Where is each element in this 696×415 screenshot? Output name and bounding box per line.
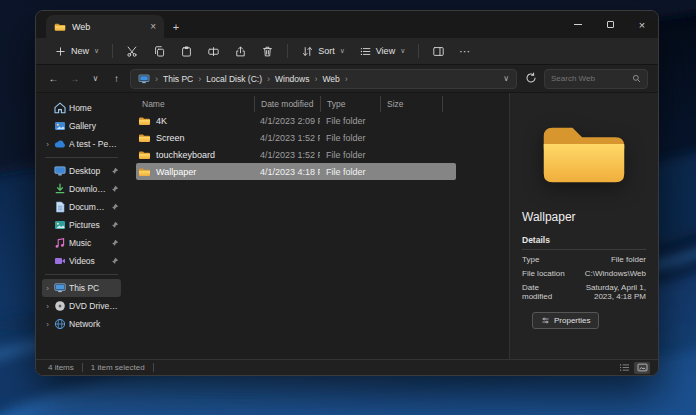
pin-icon <box>111 239 119 247</box>
sidebar-item-gallery[interactable]: Gallery <box>42 117 121 135</box>
delete-button[interactable] <box>255 40 280 62</box>
gallery-icon <box>54 120 66 132</box>
file-list-header: Name Date modified Type Size <box>136 96 509 112</box>
copy-icon <box>153 45 166 58</box>
rename-icon <box>207 45 220 58</box>
onedrive-cloud-icon <box>54 138 66 150</box>
details-view-icon <box>619 363 630 372</box>
folder-icon <box>54 22 66 32</box>
chevron-right-icon[interactable]: › <box>314 74 317 84</box>
sidebar-item-this-pc[interactable]: › This PC <box>42 279 121 297</box>
sidebar-item-documents[interactable]: Documents <box>42 198 121 216</box>
maximize-icon <box>607 21 614 28</box>
this-pc-icon <box>138 74 150 84</box>
documents-icon <box>54 201 66 213</box>
breadcrumb-local-disk[interactable]: Local Disk (C:) <box>206 74 262 84</box>
sidebar-item-desktop[interactable]: Desktop <box>42 162 121 180</box>
file-explorer-window: Web × + × New ∨ <box>35 10 659 376</box>
new-tab-button[interactable]: + <box>164 15 188 38</box>
selected-folder-icon <box>538 117 630 190</box>
sidebar-item-network[interactable]: › Network <box>42 315 121 333</box>
details-field-date-modified: Date modified Saturday, April 1, 2023, 4… <box>522 283 646 301</box>
cut-button[interactable] <box>120 40 145 62</box>
pin-icon <box>111 203 119 211</box>
column-header-type[interactable]: Type <box>320 96 380 112</box>
file-row-4k[interactable]: 4K 4/1/2023 2:09 PM File folder <box>136 112 456 129</box>
maximize-button[interactable] <box>594 11 626 38</box>
share-button[interactable] <box>228 40 253 62</box>
tab-close-icon[interactable]: × <box>150 22 156 32</box>
sidebar-item-home[interactable]: Home <box>42 99 121 117</box>
minimize-button[interactable] <box>562 11 594 38</box>
expand-chevron-icon[interactable]: › <box>44 302 51 311</box>
toolbar-divider <box>112 44 113 58</box>
tab-strip: Web × + × <box>36 11 658 38</box>
view-button[interactable]: View ∨ <box>353 40 411 62</box>
preview-pane-button[interactable] <box>426 40 451 62</box>
properties-button[interactable]: Properties <box>532 312 599 329</box>
sort-icon <box>301 45 314 58</box>
sidebar-item-videos[interactable]: Videos <box>42 252 121 270</box>
tab-web[interactable]: Web × <box>46 15 164 38</box>
column-header-date-modified[interactable]: Date modified <box>254 96 320 112</box>
desktop-icon <box>54 165 66 177</box>
expand-chevron-icon[interactable]: › <box>44 140 51 149</box>
sidebar-item-music[interactable]: Music <box>42 234 121 252</box>
sidebar-item-dvd-drive[interactable]: › DVD Drive (D:) CCC <box>42 297 121 315</box>
refresh-button[interactable] <box>523 72 538 86</box>
breadcrumb-web[interactable]: Web <box>322 74 339 84</box>
search-input[interactable] <box>551 74 628 83</box>
paste-button[interactable] <box>174 40 199 62</box>
sidebar-item-downloads[interactable]: Downloads <box>42 180 121 198</box>
navigation-bar: ← → ∨ ↑ › This PC › Local Disk (C:) › Wi… <box>36 65 658 93</box>
breadcrumb[interactable]: › This PC › Local Disk (C:) › Windows › … <box>130 69 517 89</box>
details-field-type: Type File folder <box>522 255 646 264</box>
details-view-button[interactable] <box>616 362 632 374</box>
items-count: 4 items <box>48 363 74 372</box>
sort-button[interactable]: Sort ∨ <box>295 40 351 62</box>
details-pane: Wallpaper Details Type File folder File … <box>509 93 658 359</box>
pictures-icon <box>54 219 66 231</box>
breadcrumb-windows[interactable]: Windows <box>275 74 309 84</box>
chevron-down-icon: ∨ <box>340 47 345 55</box>
chevron-right-icon[interactable]: › <box>345 74 348 84</box>
sidebar-item-pictures[interactable]: Pictures <box>42 216 121 234</box>
close-button[interactable]: × <box>626 11 658 38</box>
this-pc-icon <box>54 282 66 294</box>
forward-button[interactable]: → <box>67 73 82 84</box>
chevron-right-icon[interactable]: › <box>267 74 270 84</box>
breadcrumb-this-pc[interactable]: This PC <box>163 74 193 84</box>
share-icon <box>234 45 247 58</box>
chevron-right-icon[interactable]: › <box>198 74 201 84</box>
copy-button[interactable] <box>147 40 172 62</box>
file-row-screen[interactable]: Screen 4/1/2023 1:52 PM File folder <box>136 129 456 146</box>
sidebar-item-onedrive-personal[interactable]: › A test - Personal <box>42 135 121 153</box>
window-controls: × <box>562 11 658 38</box>
network-icon <box>54 318 66 330</box>
chevron-down-icon: ∨ <box>400 47 405 55</box>
search-box[interactable] <box>544 69 648 89</box>
file-row-wallpaper[interactable]: Wallpaper 4/1/2023 4:18 PM File folder <box>136 163 456 180</box>
column-header-size[interactable]: Size <box>380 96 442 112</box>
thumbnails-view-icon <box>637 363 648 372</box>
details-field-location: File location C:\Windows\Web <box>522 269 646 278</box>
expand-chevron-icon[interactable]: › <box>44 320 51 329</box>
back-button[interactable]: ← <box>46 73 61 84</box>
pin-icon <box>111 185 119 193</box>
column-header-trailing <box>442 96 456 112</box>
file-row-touchkeyboard[interactable]: touchkeyboard 4/1/2023 1:52 PM File fold… <box>136 146 456 163</box>
new-button[interactable]: New ∨ <box>48 40 105 62</box>
downloads-icon <box>54 183 66 195</box>
folder-icon <box>138 133 151 143</box>
view-toggle-group <box>616 362 650 374</box>
large-thumbnails-view-button[interactable] <box>634 362 650 374</box>
pin-icon <box>111 167 119 175</box>
history-dropdown-button[interactable]: ∨ <box>88 74 103 83</box>
rename-button[interactable] <box>201 40 226 62</box>
expand-chevron-icon[interactable]: › <box>44 284 51 293</box>
column-header-name[interactable]: Name <box>136 96 254 112</box>
folder-icon <box>138 167 151 177</box>
more-options-button[interactable]: ⋯ <box>453 40 477 62</box>
up-button[interactable]: ↑ <box>109 73 124 84</box>
address-dropdown-icon[interactable]: ∨ <box>503 74 509 83</box>
